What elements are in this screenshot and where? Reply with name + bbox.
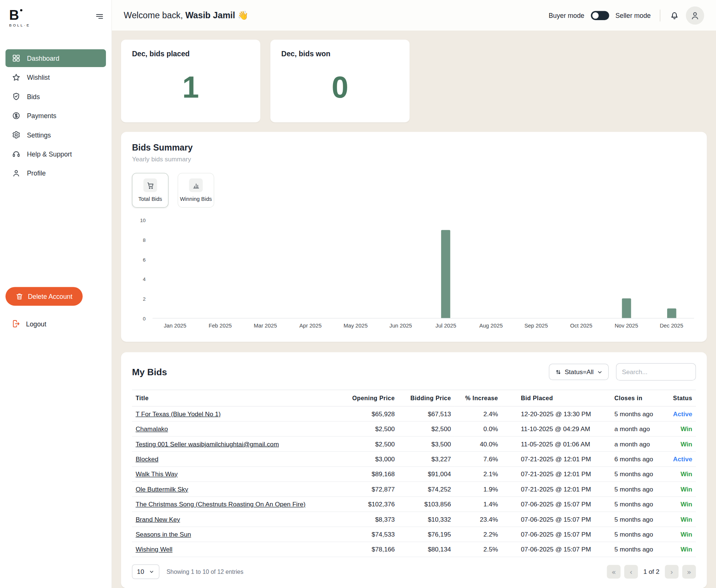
avatar[interactable]	[686, 6, 704, 25]
stat-title: Dec, bids won	[281, 50, 399, 58]
column-header-bid-placed[interactable]: Bid Placed	[502, 390, 610, 406]
sidebar-item-settings[interactable]: Settings	[6, 126, 106, 144]
bid-title-link[interactable]: Chamalako	[136, 425, 168, 433]
column-header-bidding-price[interactable]: Bidding Price	[398, 390, 455, 406]
bid-title-link[interactable]: Brand New Key	[136, 516, 180, 523]
sidebar-item-profile[interactable]: Profile	[6, 164, 106, 182]
chevron-down-icon	[149, 569, 154, 575]
bids-summary-subtitle: Yearly bids summary	[132, 156, 696, 163]
chart-bar-slot	[288, 220, 333, 318]
closes-in-cell: 5 months ago	[611, 481, 665, 496]
x-tick-label: May 2025	[333, 323, 378, 329]
my-bids-controls: Status=All	[549, 363, 696, 381]
increase-cell: 2.5%	[455, 542, 502, 557]
column-header-closes-in[interactable]: Closes in	[611, 390, 665, 406]
opening-price-cell: $78,166	[340, 542, 398, 557]
status-cell: Win	[665, 512, 696, 527]
column-header-status[interactable]: Status	[665, 390, 696, 406]
main-area: Welcome back, Wasib Jamil 👋 Buyer mode S…	[112, 0, 716, 588]
table-row: Blocked $3,000 $3,227 7.6% 07-21-2025 @ …	[132, 452, 696, 467]
last-page-button[interactable]: »	[682, 565, 696, 579]
increase-cell: 40.0%	[455, 436, 502, 451]
chart-bar-slot	[423, 220, 468, 318]
bid-title-link[interactable]: Blocked	[136, 455, 158, 463]
header-divider	[660, 9, 660, 21]
sidebar: B BOLL·E Dashboard Wishlist	[0, 0, 112, 588]
bid-title-link[interactable]: Seasons in the Sun	[136, 531, 191, 538]
logout-icon	[12, 319, 21, 328]
stat-card-bids-won: Dec, bids won 0	[270, 40, 409, 123]
tab-label: Total Bids	[138, 196, 162, 202]
column-header-increase[interactable]: % Increase	[455, 390, 502, 406]
first-page-button[interactable]: «	[607, 565, 621, 579]
increase-cell: 23.4%	[455, 512, 502, 527]
y-tick-label: 8	[143, 237, 146, 243]
opening-price-cell: $65,928	[340, 406, 398, 421]
closes-in-cell: 5 months ago	[611, 527, 665, 542]
bid-title-link[interactable]: Testing 001 Seller wasibjamilchiughtai@g…	[136, 440, 279, 448]
increase-cell: 2.2%	[455, 527, 502, 542]
opening-price-cell: $102,376	[340, 497, 398, 512]
welcome-message: Welcome back, Wasib Jamil 👋	[124, 10, 248, 20]
sidebar-item-bids[interactable]: Bids	[6, 88, 106, 105]
next-page-button[interactable]: ›	[665, 565, 679, 579]
stat-value: 0	[281, 70, 399, 104]
prev-page-button[interactable]: ‹	[624, 565, 638, 579]
brand-name: BOLL·E	[9, 23, 111, 27]
bids-summary-title: Bids Summary	[132, 143, 696, 153]
bid-placed-cell: 07-21-2025 @ 12:01 PM	[502, 467, 610, 481]
table-header-row: Title Opening Price Bidding Price % Incr…	[132, 390, 696, 406]
sidebar-item-payments[interactable]: Payments	[6, 107, 106, 125]
sort-icon	[555, 369, 561, 375]
bid-placed-cell: 07-06-2025 @ 15:07 PM	[502, 497, 610, 512]
wave-emoji: 👋	[238, 10, 248, 20]
headset-icon	[12, 150, 21, 158]
notifications-bell-icon[interactable]	[669, 10, 679, 20]
chart-tabs: Total Bids Winning Bids	[132, 173, 696, 208]
sidebar-item-dashboard[interactable]: Dashboard	[6, 49, 106, 67]
bid-title-link[interactable]: T For Texas (Blue Yodel No 1)	[136, 410, 221, 418]
table-row: Walk This Way $89,168 $91,004 2.1% 07-21…	[132, 467, 696, 481]
sidebar-item-label: Payments	[27, 112, 56, 120]
status-cell: Win	[665, 542, 696, 557]
status-filter-button[interactable]: Status=All	[549, 364, 609, 380]
chart-bar-slot	[378, 220, 423, 318]
y-tick-label: 4	[143, 276, 146, 282]
bid-title-link[interactable]: The Christmas Song (Chestnuts Roasting O…	[136, 500, 305, 508]
delete-account-button[interactable]: Delete Account	[6, 287, 82, 306]
x-tick-label: Jun 2025	[378, 323, 423, 329]
toggle-knob	[592, 12, 599, 18]
bid-title-link[interactable]: Ole Buttermilk Sky	[136, 486, 188, 493]
x-tick-label: Oct 2025	[559, 323, 604, 329]
sidebar-collapse-icon[interactable]	[95, 12, 104, 21]
column-header-title[interactable]: Title	[132, 390, 340, 406]
table-row: The Christmas Song (Chestnuts Roasting O…	[132, 497, 696, 512]
page-content: Dec, bids placed 1 Dec, bids won 0 Bids …	[112, 31, 716, 588]
bids-table: Title Opening Price Bidding Price % Incr…	[132, 390, 696, 557]
chart-bar-slot	[333, 220, 378, 318]
bidding-price-cell: $76,195	[398, 527, 455, 542]
bid-placed-cell: 11-10-2025 @ 04:29 AM	[502, 421, 610, 436]
bid-placed-cell: 07-21-2025 @ 12:01 PM	[502, 452, 610, 467]
logout-button[interactable]: Logout	[6, 316, 106, 332]
tab-winning-bids[interactable]: Winning Bids	[178, 173, 214, 208]
stat-card-bids-placed: Dec, bids placed 1	[121, 40, 260, 123]
bid-placed-cell: 07-06-2025 @ 15:07 PM	[502, 527, 610, 542]
column-header-opening-price[interactable]: Opening Price	[340, 390, 398, 406]
opening-price-cell: $8,373	[340, 512, 398, 527]
sidebar-item-help-support[interactable]: Help & Support	[6, 145, 106, 163]
bid-title-link[interactable]: Wishing Well	[136, 546, 173, 553]
bid-title-link[interactable]: Walk This Way	[136, 470, 178, 478]
chart-bar-slot	[649, 220, 694, 318]
page-size-value: 10	[137, 568, 144, 576]
page-size-select[interactable]: 10	[132, 565, 159, 579]
sidebar-item-wishlist[interactable]: Wishlist	[6, 69, 106, 86]
mode-toggle[interactable]	[591, 11, 609, 20]
chart-x-labels: Jan 2025Feb 2025Mar 2025Apr 2025May 2025…	[153, 323, 694, 329]
search-input[interactable]	[616, 363, 696, 381]
tab-total-bids[interactable]: Total Bids	[132, 173, 169, 208]
sidebar-item-label: Dashboard	[27, 54, 59, 62]
chevron-down-icon	[597, 369, 603, 375]
chart-bar-slot	[468, 220, 514, 318]
sidebar-item-label: Bids	[27, 93, 40, 100]
